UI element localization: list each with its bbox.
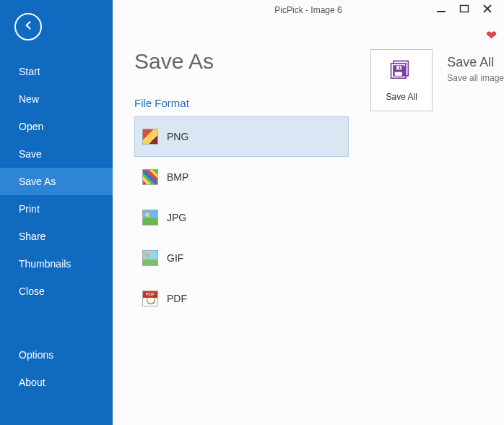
sidebar-item-options[interactable]: Options [0, 341, 113, 369]
content: Save As File Format PNG BMP JPG GIF [113, 20, 504, 319]
sidebar-item-label: Save [19, 148, 42, 160]
pdf-icon [142, 291, 158, 306]
section-title: File Format [134, 97, 349, 109]
format-label: PNG [167, 131, 188, 142]
sidebar-item-label: Open [19, 121, 43, 132]
format-label: BMP [167, 171, 188, 183]
format-item-gif[interactable]: GIF [134, 238, 349, 278]
back-button[interactable] [14, 13, 42, 40]
format-list: PNG BMP JPG GIF PDF [134, 116, 349, 319]
bmp-icon [142, 169, 158, 185]
sidebar-item-print[interactable]: Print [0, 195, 113, 223]
save-all-description: Save All Save all image [447, 49, 504, 83]
right-column: Save All Save All Save all image [370, 49, 504, 319]
save-all-button-label: Save All [386, 92, 417, 102]
favorite-button[interactable]: ❤ [486, 27, 497, 43]
sidebar-item-label: Print [19, 203, 40, 215]
format-label: PDF [167, 293, 187, 304]
sidebar-item-about[interactable]: About [0, 369, 113, 396]
format-item-png[interactable]: PNG [134, 116, 349, 157]
sidebar-item-close[interactable]: Close [0, 278, 113, 305]
sidebar-item-label: Share [19, 231, 45, 242]
jpg-icon [142, 210, 158, 226]
sidebar-item-save[interactable]: Save [0, 140, 113, 168]
save-all-title: Save All [447, 55, 504, 70]
sidebar-item-label: Close [19, 286, 45, 297]
sidebar-item-share[interactable]: Share [0, 223, 113, 250]
sidebar-item-label: Options [19, 349, 53, 361]
main-panel: PicPick - Image 6 ❤ Save As File Format … [113, 0, 504, 425]
svg-rect-1 [461, 6, 469, 12]
format-item-jpg[interactable]: JPG [134, 197, 349, 238]
file-menu-sidebar: Start New Open Save Save As Print Share … [0, 0, 113, 425]
maximize-icon [459, 4, 469, 17]
svg-rect-0 [437, 11, 446, 12]
format-item-pdf[interactable]: PDF [134, 278, 349, 319]
close-button[interactable] [482, 5, 492, 15]
save-all-icon [389, 59, 414, 86]
format-label: GIF [167, 252, 183, 264]
format-item-bmp[interactable]: BMP [134, 157, 349, 197]
sidebar-item-open[interactable]: Open [0, 113, 113, 140]
sidebar-item-label: Thumbnails [19, 258, 71, 270]
titlebar: PicPick - Image 6 [113, 0, 504, 20]
save-all-button[interactable]: Save All [370, 49, 433, 111]
svg-rect-5 [396, 66, 401, 69]
png-icon [142, 129, 158, 145]
minimize-button[interactable] [436, 5, 446, 15]
sidebar-item-label: Save As [19, 176, 56, 187]
sidebar-item-save-as[interactable]: Save As [0, 168, 113, 195]
format-label: JPG [167, 212, 186, 223]
gif-icon [142, 250, 158, 266]
close-icon [482, 4, 492, 17]
sidebar-item-label: About [19, 377, 45, 388]
sidebar-item-new[interactable]: New [0, 85, 113, 113]
minimize-icon [436, 4, 446, 17]
window-controls [436, 5, 504, 15]
back-arrow-icon [22, 19, 35, 35]
sidebar-menu: Start New Open Save Save As Print Share … [0, 58, 113, 305]
sidebar-item-thumbnails[interactable]: Thumbnails [0, 250, 113, 278]
left-column: Save As File Format PNG BMP JPG GIF [134, 49, 349, 319]
heart-icon: ❤ [486, 28, 497, 43]
sidebar-item-label: Start [19, 66, 40, 77]
sidebar-item-start[interactable]: Start [0, 58, 113, 85]
svg-rect-6 [399, 66, 401, 69]
page-title: Save As [134, 49, 349, 74]
maximize-button[interactable] [459, 5, 469, 15]
sidebar-menu-bottom: Options About [0, 341, 113, 425]
save-all-desc: Save all image [447, 73, 504, 83]
sidebar-item-label: New [19, 93, 39, 105]
svg-rect-4 [395, 72, 402, 76]
